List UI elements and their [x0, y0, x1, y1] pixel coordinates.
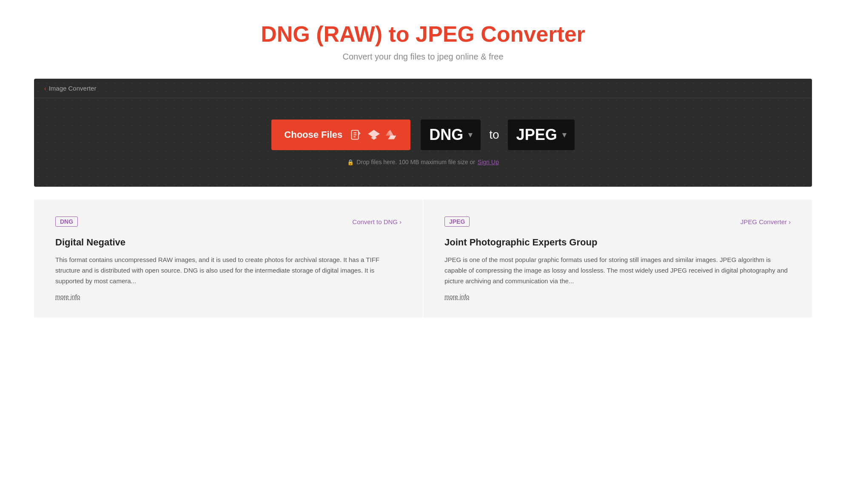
page-header: DNG (RAW) to JPEG Converter Convert your…: [0, 0, 846, 79]
dng-card-description: This format contains uncompressed RAW im…: [55, 255, 402, 286]
converter-section: ‹ Image Converter Choose Files: [34, 79, 812, 187]
to-format-chevron-icon: ▾: [562, 130, 566, 140]
dng-card-title: Digital Negative: [55, 237, 402, 248]
page-title: DNG (RAW) to JPEG Converter: [9, 21, 837, 47]
jpeg-info-card: JPEG JPEG Converter › Joint Photographic…: [423, 199, 812, 318]
sign-up-link[interactable]: Sign Up: [478, 159, 499, 165]
to-format-label: JPEG: [516, 126, 557, 144]
choose-files-label: Choose Files: [284, 129, 342, 140]
dng-card-header: DNG Convert to DNG ›: [55, 216, 402, 227]
button-icons: [350, 129, 398, 141]
dropbox-icon: [368, 129, 380, 141]
jpeg-converter-label: JPEG Converter: [741, 218, 787, 225]
to-label: to: [489, 128, 499, 142]
converter-controls: Choose Files: [271, 120, 574, 150]
dng-info-card: DNG Convert to DNG › Digital Negative Th…: [34, 199, 423, 318]
jpeg-converter-chevron-icon: ›: [789, 218, 791, 225]
google-drive-icon: [386, 129, 398, 141]
dng-more-info-link[interactable]: more info: [55, 293, 80, 300]
to-format-button[interactable]: JPEG ▾: [508, 120, 575, 150]
jpeg-converter-link[interactable]: JPEG Converter ›: [741, 218, 791, 225]
jpeg-more-info-link[interactable]: more info: [444, 293, 469, 300]
from-format-button[interactable]: DNG ▾: [421, 120, 481, 150]
jpeg-format-tag: JPEG: [444, 216, 470, 227]
from-format-chevron-icon: ▾: [468, 130, 472, 140]
jpeg-card-header: JPEG JPEG Converter ›: [444, 216, 791, 227]
drop-info: 🔒 Drop files here. 100 MB maximum file s…: [347, 159, 498, 165]
convert-to-dng-link[interactable]: Convert to DNG ›: [352, 218, 402, 225]
jpeg-card-title: Joint Photographic Experts Group: [444, 237, 791, 248]
drop-info-text: Drop files here. 100 MB maximum file siz…: [356, 159, 475, 165]
dng-format-tag: DNG: [55, 216, 78, 227]
breadcrumb: ‹ Image Converter: [34, 79, 812, 98]
format-selector: DNG ▾ to JPEG ▾: [421, 120, 574, 150]
convert-to-dng-chevron-icon: ›: [399, 218, 402, 225]
converter-main: Choose Files: [34, 98, 812, 187]
page-subtitle: Convert your dng files to jpeg online & …: [9, 52, 837, 62]
file-upload-icon: [350, 129, 362, 141]
jpeg-card-description: JPEG is one of the most popular graphic …: [444, 255, 791, 286]
choose-files-button[interactable]: Choose Files: [271, 120, 410, 150]
convert-to-dng-label: Convert to DNG: [352, 218, 398, 225]
lock-icon: 🔒: [347, 159, 354, 165]
info-cards: DNG Convert to DNG › Digital Negative Th…: [34, 199, 812, 318]
from-format-label: DNG: [429, 126, 463, 144]
breadcrumb-label: Image Converter: [49, 85, 97, 92]
breadcrumb-chevron-icon: ‹: [44, 85, 46, 92]
